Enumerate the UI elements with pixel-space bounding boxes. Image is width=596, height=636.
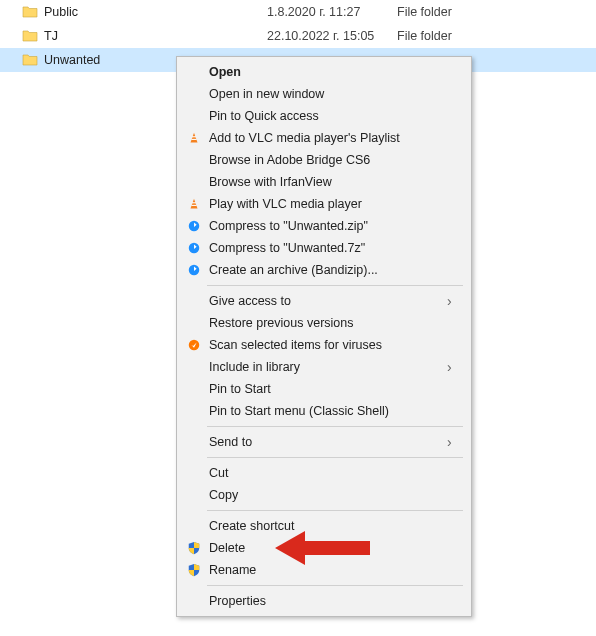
menu-rename[interactable]: Rename [179, 559, 469, 581]
svg-rect-1 [192, 136, 196, 137]
file-date: 1.8.2020 г. 11:27 [267, 5, 397, 19]
menu-separator [207, 510, 463, 511]
menu-pin-quick-access[interactable]: Pin to Quick access [179, 105, 469, 127]
context-menu: Open Open in new window Pin to Quick acc… [176, 56, 472, 617]
avast-icon [185, 336, 203, 354]
vlc-icon [185, 129, 203, 147]
submenu-arrow-icon: › [447, 359, 459, 375]
menu-send-to[interactable]: Send to› [179, 431, 469, 453]
file-name: Public [44, 5, 78, 19]
explorer-window: Public 1.8.2020 г. 11:27 File folder TJ … [0, 0, 596, 636]
menu-open[interactable]: Open [179, 61, 469, 83]
menu-open-new-window[interactable]: Open in new window [179, 83, 469, 105]
menu-restore-previous-versions[interactable]: Restore previous versions [179, 312, 469, 334]
file-type: File folder [397, 29, 497, 43]
uac-shield-icon [185, 539, 203, 557]
file-date: 22.10.2022 г. 15:05 [267, 29, 397, 43]
bandizip-icon [185, 239, 203, 257]
menu-copy[interactable]: Copy [179, 484, 469, 506]
menu-delete[interactable]: Delete [179, 537, 469, 559]
submenu-arrow-icon: › [447, 293, 459, 309]
menu-compress-zip[interactable]: Compress to "Unwanted.zip" [179, 215, 469, 237]
menu-pin-to-start-classic-shell[interactable]: Pin to Start menu (Classic Shell) [179, 400, 469, 422]
menu-separator [207, 585, 463, 586]
uac-shield-icon [185, 561, 203, 579]
menu-create-archive-bandizip[interactable]: Create an archive (Bandizip)... [179, 259, 469, 281]
file-row-public[interactable]: Public 1.8.2020 г. 11:27 File folder [0, 0, 596, 24]
file-row-tj[interactable]: TJ 22.10.2022 г. 15:05 File folder [0, 24, 596, 48]
file-name: Unwanted [44, 53, 100, 67]
menu-vlc-add-playlist[interactable]: Add to VLC media player's Playlist [179, 127, 469, 149]
folder-icon [22, 28, 38, 44]
bandizip-icon [185, 261, 203, 279]
folder-icon [22, 52, 38, 68]
menu-create-shortcut[interactable]: Create shortcut [179, 515, 469, 537]
submenu-arrow-icon: › [447, 434, 459, 450]
menu-include-in-library[interactable]: Include in library› [179, 356, 469, 378]
svg-marker-3 [191, 199, 198, 209]
menu-browse-irfanview[interactable]: Browse with IrfanView [179, 171, 469, 193]
menu-compress-7z[interactable]: Compress to "Unwanted.7z" [179, 237, 469, 259]
menu-vlc-play[interactable]: Play with VLC media player [179, 193, 469, 215]
folder-icon [22, 4, 38, 20]
svg-rect-2 [191, 139, 196, 140]
svg-rect-5 [191, 205, 196, 206]
menu-scan-for-viruses[interactable]: Scan selected items for viruses [179, 334, 469, 356]
menu-separator [207, 457, 463, 458]
menu-separator [207, 426, 463, 427]
file-type: File folder [397, 5, 497, 19]
menu-browse-bridge[interactable]: Browse in Adobe Bridge CS6 [179, 149, 469, 171]
vlc-icon [185, 195, 203, 213]
bandizip-icon [185, 217, 203, 235]
svg-marker-0 [191, 133, 198, 143]
menu-separator [207, 285, 463, 286]
menu-give-access-to[interactable]: Give access to› [179, 290, 469, 312]
file-name: TJ [44, 29, 58, 43]
svg-rect-4 [192, 202, 196, 203]
menu-cut[interactable]: Cut [179, 462, 469, 484]
menu-pin-to-start[interactable]: Pin to Start [179, 378, 469, 400]
menu-properties[interactable]: Properties [179, 590, 469, 612]
